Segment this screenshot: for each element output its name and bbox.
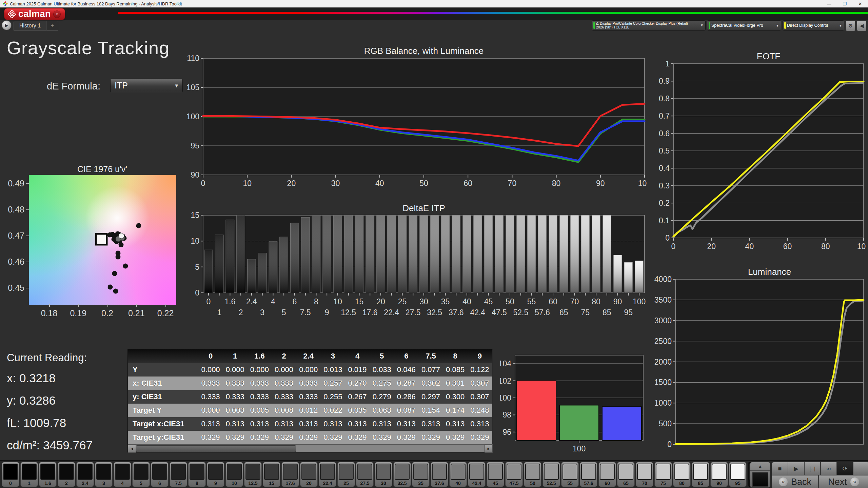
calman-menu-button[interactable]: calman ▼: [4, 8, 65, 20]
pattern-step-button[interactable]: 42.4: [468, 462, 486, 487]
close-button[interactable]: ✕: [852, 1, 868, 6]
svg-text:100: 100: [573, 444, 586, 453]
play-button[interactable]: ▶: [788, 462, 804, 475]
pattern-step-swatch: [600, 464, 615, 480]
cie-x-tick-label: 0.2: [101, 308, 113, 318]
scroll-left-button[interactable]: ◄: [128, 445, 136, 453]
pattern-step-label: 27.5: [360, 481, 369, 486]
pattern-step-label: 3: [102, 481, 105, 486]
pattern-window-button[interactable]: [··]: [804, 462, 821, 475]
pattern-step-label: 47.5: [509, 481, 518, 486]
pattern-step-button[interactable]: 37.6: [431, 462, 448, 487]
svg-text:96: 96: [502, 428, 511, 436]
collapse-panel-button[interactable]: ◀: [857, 20, 867, 31]
table-column-header: 1.6: [247, 349, 272, 363]
stop-button[interactable]: ■: [772, 462, 788, 475]
pattern-step-button[interactable]: 90: [710, 462, 728, 487]
svg-text:2000: 2000: [654, 358, 672, 366]
minimize-button[interactable]: —: [821, 1, 837, 6]
table-cell: 0.307: [468, 377, 492, 390]
table-cell: 0.313: [223, 417, 247, 431]
svg-text:100: 100: [638, 179, 647, 188]
pattern-step-button[interactable]: 1: [20, 462, 38, 487]
pattern-step-button[interactable]: 45: [487, 462, 504, 487]
scrollbar-thumb[interactable]: [136, 445, 296, 452]
pattern-step-button[interactable]: 20: [300, 462, 318, 487]
pattern-step-button[interactable]: 2.4: [76, 462, 94, 487]
pattern-step-button[interactable]: 30: [375, 462, 392, 487]
pattern-step-button[interactable]: 7.5: [170, 462, 187, 487]
pattern-step-button[interactable]: 10: [225, 462, 243, 487]
pattern-step-button[interactable]: 5: [132, 462, 150, 487]
svg-text:3500: 3500: [654, 296, 672, 304]
pattern-step-button[interactable]: 4: [114, 462, 131, 487]
de-formula-select[interactable]: ITP ▼: [110, 79, 183, 92]
pattern-step-button[interactable]: 75: [654, 462, 672, 487]
scroll-right-button[interactable]: ►: [485, 445, 493, 453]
pattern-step-button[interactable]: 35: [412, 462, 430, 487]
pattern-step-button[interactable]: 85: [692, 462, 709, 487]
cie-measurement-point: [123, 264, 128, 269]
meter-dropdown[interactable]: i1 Display Pro/Calibrite ColorChecker Di…: [592, 20, 706, 30]
pattern-step-button[interactable]: 25: [337, 462, 355, 487]
tab-history-1[interactable]: History 1: [14, 21, 46, 30]
pattern-step-button[interactable]: 9: [207, 462, 224, 487]
display-control-dropdown[interactable]: Direct Display Control ▼: [783, 20, 844, 30]
meter-dropdown-line2: 2026 (98") TCL X11L: [596, 25, 688, 29]
table-cell: 0.313: [443, 417, 468, 431]
table-cell: 0.313: [370, 417, 394, 431]
pattern-step-button[interactable]: 8: [188, 462, 206, 487]
page-title: Grayscale Tracking: [7, 37, 170, 58]
pattern-step-button[interactable]: 55: [561, 462, 579, 487]
stop-icon: ■: [778, 465, 782, 472]
pattern-step-button[interactable]: 22.4: [319, 462, 336, 487]
pattern-step-swatch: [190, 464, 204, 480]
pattern-step-swatch: [637, 464, 652, 480]
pattern-step-button[interactable]: 0: [2, 462, 19, 487]
history-expand-button[interactable]: ▶: [2, 20, 12, 30]
pattern-step-button[interactable]: 47.5: [505, 462, 523, 487]
pattern-step-button[interactable]: 95: [729, 462, 747, 487]
svg-text:8: 8: [314, 297, 318, 306]
pattern-step-button[interactable]: 60: [598, 462, 616, 487]
table-column-header: 5: [370, 349, 394, 363]
pattern-step-button[interactable]: 6: [151, 462, 169, 487]
pattern-step-label: 2: [65, 481, 68, 486]
table-scrollbar[interactable]: ◄ ►: [128, 444, 493, 452]
current-reading-y: y: 0.3286: [7, 394, 93, 407]
pattern-step-button[interactable]: 17.6: [281, 462, 299, 487]
svg-text:0.9: 0.9: [659, 77, 670, 85]
pattern-step-button[interactable]: 52.5: [542, 462, 560, 487]
add-history-button[interactable]: +: [46, 21, 58, 30]
pattern-step-button[interactable]: 57.6: [580, 462, 597, 487]
pattern-step-button[interactable]: 15: [263, 462, 280, 487]
pattern-step-button[interactable]: 32.5: [393, 462, 411, 487]
pattern-step-button[interactable]: 1.6: [39, 462, 57, 487]
pattern-step-button[interactable]: 65: [617, 462, 635, 487]
pattern-step-button[interactable]: 70: [636, 462, 653, 487]
pattern-step-swatch: [78, 464, 93, 480]
table-cell: 0.313: [418, 417, 443, 431]
continuous-measure-button[interactable]: ∞: [821, 462, 837, 475]
blank-control-button[interactable]: [853, 462, 868, 475]
pattern-step-button[interactable]: 50: [524, 462, 541, 487]
current-pattern-swatch[interactable]: [752, 472, 768, 487]
pattern-step-button[interactable]: 2: [58, 462, 75, 487]
pattern-step-swatch: [525, 464, 540, 480]
pattern-step-button[interactable]: 27.5: [356, 462, 374, 487]
pattern-step-button[interactable]: 12.5: [244, 462, 262, 487]
table-cell: 0.329: [223, 431, 247, 444]
pattern-step-button[interactable]: 3: [95, 462, 113, 487]
svg-text:30: 30: [419, 297, 428, 306]
logo-menu-button[interactable]: ▼: [53, 11, 61, 18]
settings-button[interactable]: ⚙: [846, 20, 855, 31]
source-dropdown[interactable]: SpectraCal VideoForge Pro ▼: [707, 20, 781, 30]
next-button[interactable]: Next »: [818, 475, 868, 488]
pattern-step-button[interactable]: 80: [673, 462, 691, 487]
restore-button[interactable]: ❐: [837, 1, 852, 6]
pattern-step-button[interactable]: 40: [449, 462, 467, 487]
pattern-up-button[interactable]: ▲: [750, 462, 770, 471]
svg-text:22.4: 22.4: [384, 308, 399, 317]
refresh-button[interactable]: ⟳: [837, 462, 853, 475]
back-button[interactable]: « Back: [772, 475, 818, 488]
